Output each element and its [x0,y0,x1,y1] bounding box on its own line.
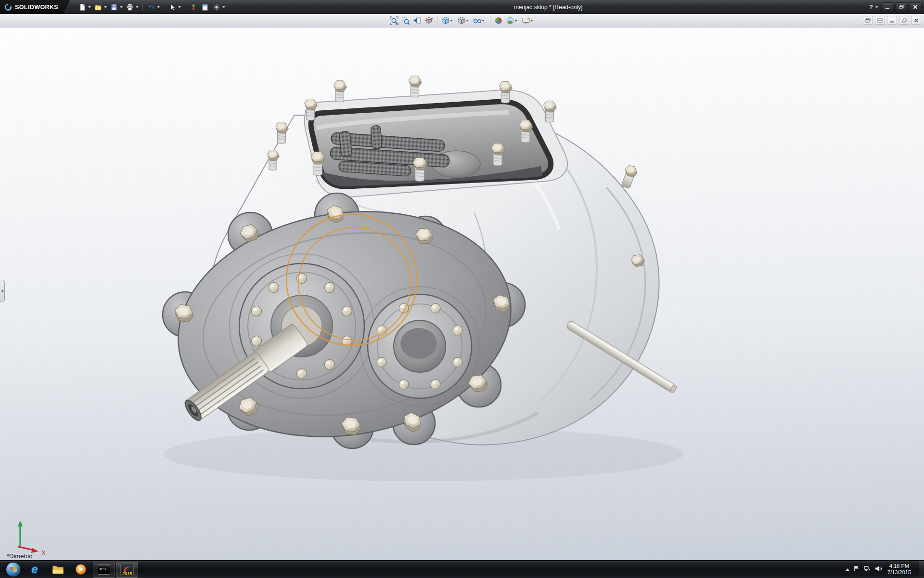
triad-x-label: X [41,549,46,556]
breather-plug[interactable] [621,165,638,189]
chevron-left-icon [1,289,3,293]
bearing-cover-flange[interactable] [368,294,472,398]
zoom-to-area-button[interactable] [400,15,411,26]
up-caret-icon [846,568,849,571]
zoom-to-area-icon [401,16,410,25]
network-button[interactable] [864,565,871,573]
select-cursor-icon [168,3,176,11]
save-button[interactable] [108,1,120,13]
close-document-button[interactable] [911,16,921,25]
edit-appearance-button[interactable] [493,15,504,26]
headsup-toolbar [0,14,924,27]
minimize-button[interactable] [881,2,894,12]
dropdown-caret[interactable] [136,6,139,8]
view-orientation-label: *Dimetric [7,552,32,560]
top-cover-opening[interactable] [305,90,567,197]
print-button[interactable] [124,1,136,13]
clock-time: 4:16 PM [887,563,911,569]
previous-view-button[interactable] [411,15,423,26]
help-button[interactable]: ? [868,3,874,11]
tile-windows-icon [877,18,883,23]
display-style-button[interactable] [456,15,472,26]
main-toolbar [77,1,227,13]
document-window-controls [863,16,921,25]
network-icon [864,565,871,572]
view-settings-icon [522,16,530,25]
section-view-icon [424,16,433,25]
folder-icon [52,565,64,574]
toolbar-separator [164,3,164,11]
dropdown-caret[interactable] [120,6,123,8]
dropdown-caret[interactable] [157,6,160,8]
rebuild-button[interactable] [188,1,199,13]
undo-button[interactable] [145,1,157,13]
clock-date: 7/13/2015 [887,569,911,576]
options-button[interactable] [211,1,222,13]
rebuild-icon [190,3,197,11]
undo-icon [147,3,155,11]
apply-scene-button[interactable] [504,15,520,26]
close-button[interactable] [909,2,922,12]
featuremanager-collapsed-tab[interactable] [0,280,5,302]
taskbar-internet-explorer[interactable]: e [24,562,46,578]
taskbar-solidworks[interactable]: 2015 [116,562,138,578]
dropdown-caret[interactable] [482,20,485,22]
zoom-to-fit-button[interactable] [388,15,400,26]
dropdown-caret[interactable] [104,6,107,8]
minimize-document-button[interactable] [887,16,897,25]
view-orientation-button[interactable] [440,15,456,26]
close-document-icon [914,18,919,23]
tile-windows-button[interactable] [875,16,885,25]
dropdown-caret[interactable] [530,20,533,22]
minimize-document-icon [890,18,895,23]
section-view-button[interactable] [423,15,435,26]
dropdown-caret[interactable] [178,6,181,8]
open-button[interactable] [92,1,104,13]
solidworks-logo: SOLIDWORKS [0,0,70,14]
save-icon [110,3,118,11]
print-icon [126,3,134,11]
file-properties-button[interactable] [199,1,211,13]
graphics-area[interactable]: X *Dimetric [0,27,924,560]
brand-text: SOLIDWORKS [15,4,58,11]
hide-show-items-button[interactable] [472,15,488,26]
titlebar: SOLIDWORKS menjac s [0,0,924,14]
start-button[interactable] [3,561,23,578]
taskbar-clock[interactable]: 4:16 PM 7/13/2015 [886,563,916,576]
volume-button[interactable] [875,565,882,573]
solidworks-version-badge: 2015 [121,571,133,576]
dropdown-caret[interactable] [466,20,469,22]
cascade-windows-button[interactable] [863,16,873,25]
dropdown-caret[interactable] [222,6,225,8]
action-center-button[interactable] [854,565,860,573]
help-dropdown-caret[interactable] [875,6,878,8]
internet-explorer-icon: e [31,564,38,575]
taskbar-media-player[interactable] [70,562,92,578]
show-desktop-button[interactable] [919,561,924,578]
dropdown-caret[interactable] [88,6,91,8]
taskbar-command-prompt[interactable]: C:\ [93,562,115,578]
maximize-button[interactable] [895,2,908,12]
window-title: menjac sklop * [Read-only] [514,4,583,11]
taskbar-windows-explorer[interactable] [47,562,69,578]
view-settings-button[interactable] [520,15,536,26]
restore-document-button[interactable] [899,16,909,25]
volume-icon [875,565,882,572]
open-icon [94,3,102,11]
select-button[interactable] [167,1,178,13]
system-tray: 4:16 PM 7/13/2015 [846,563,919,576]
toolbar-separator [185,3,185,11]
dropdown-caret[interactable] [514,20,517,22]
window-controls: ? [868,0,922,14]
media-player-icon [75,564,87,575]
close-icon [913,5,918,9]
graphics-canvas[interactable]: X [0,27,924,560]
reference-triad[interactable]: X [18,521,46,556]
dropdown-caret[interactable] [450,20,453,22]
show-hidden-icons-button[interactable] [846,568,849,571]
toolbar-separator [142,3,143,11]
new-document-button[interactable] [77,1,88,13]
display-style-icon [457,16,466,25]
toolbar-separator [437,16,437,25]
zoom-to-fit-icon [390,16,398,25]
